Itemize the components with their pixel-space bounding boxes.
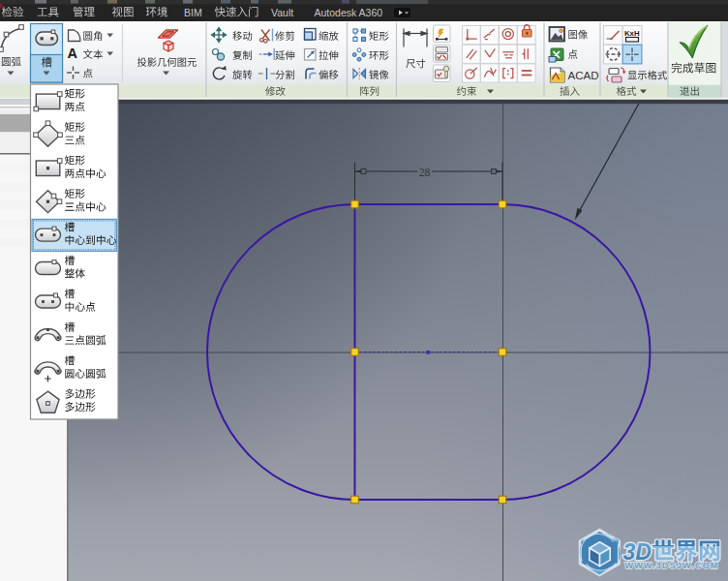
svg-text:A: A bbox=[68, 46, 78, 61]
svg-text:Vault: Vault bbox=[271, 7, 293, 18]
svg-text:28: 28 bbox=[419, 167, 431, 178]
svg-text:KxH: KxH bbox=[624, 29, 640, 38]
svg-text:ACAD: ACAD bbox=[568, 70, 599, 81]
svg-text:Autodesk A360: Autodesk A360 bbox=[315, 7, 383, 18]
svg-text:BIM: BIM bbox=[184, 7, 202, 18]
svg-text:WWW.3DSJW.COM: WWW.3DSJW.COM bbox=[624, 561, 718, 570]
